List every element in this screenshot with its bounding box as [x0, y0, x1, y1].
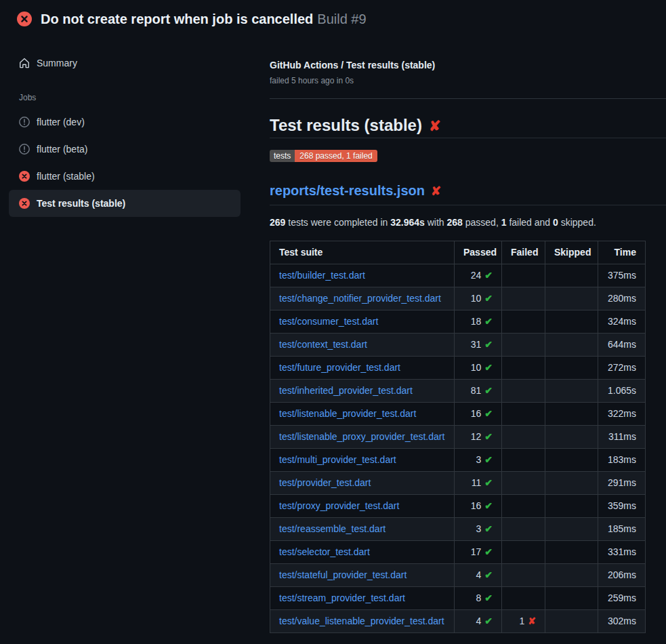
jobs-sidebar: Summary Jobs flutter (dev) — [0, 38, 270, 217]
test-suite-link[interactable]: test/value_listenable_provider_test.dart — [279, 616, 444, 626]
time-cell: 644ms — [598, 334, 646, 357]
test-suite-link[interactable]: test/builder_test.dart — [279, 270, 365, 281]
test-suite-link[interactable]: test/listenable_provider_test.dart — [279, 408, 416, 419]
test-suite-link[interactable]: test/stateful_provider_test.dart — [279, 569, 407, 580]
skipped-cell — [545, 610, 598, 633]
skipped-cell — [545, 518, 598, 541]
passed-cell: 10✔ — [455, 287, 502, 310]
time-cell: 359ms — [598, 495, 646, 518]
test-suite-link[interactable]: test/reassemble_test.dart — [279, 523, 386, 534]
passed-cell: 81✔ — [455, 380, 502, 403]
table-row: test/proxy_provider_test.dart 16✔ 359ms — [270, 495, 646, 518]
skipped-cell — [545, 449, 598, 472]
col-header-failed: Failed — [502, 241, 545, 264]
time-cell: 291ms — [598, 472, 646, 495]
test-suite-link[interactable]: test/listenable_proxy_provider_test.dart — [279, 431, 444, 442]
check-icon: ✔ — [484, 569, 493, 580]
test-suite-link[interactable]: test/consumer_test.dart — [279, 316, 378, 327]
failed-cell — [502, 587, 545, 610]
table-row: test/change_notifier_provider_test.dart … — [270, 287, 646, 310]
run-title: Do not create report when job is cancell… — [41, 12, 367, 27]
sidebar-job-item[interactable]: flutter (dev) — [9, 108, 241, 136]
x-circle-fill-icon — [19, 198, 30, 209]
failed-cell — [502, 495, 545, 518]
check-icon: ✔ — [484, 316, 493, 327]
passed-cell: 12✔ — [455, 426, 502, 449]
time-cell: 302ms — [598, 610, 646, 633]
passed-cell: 3✔ — [455, 449, 502, 472]
test-suite-link[interactable]: test/future_provider_test.dart — [279, 362, 400, 373]
check-icon: ✔ — [484, 385, 493, 396]
time-cell: 185ms — [598, 518, 646, 541]
time-cell: 272ms — [598, 357, 646, 380]
sidebar-job-label: flutter (stable) — [37, 171, 95, 182]
test-suite-link[interactable]: test/stream_provider_test.dart — [279, 592, 405, 603]
test-suite-link[interactable]: test/selector_test.dart — [279, 546, 370, 557]
skipped-cell — [545, 541, 598, 564]
report-link[interactable]: reports/test-results.json — [270, 183, 425, 198]
skipped-cell — [545, 357, 598, 380]
table-row: test/listenable_proxy_provider_test.dart… — [270, 426, 646, 449]
table-row: test/selector_test.dart 17✔ 331ms — [270, 541, 646, 564]
time-cell: 311ms — [598, 426, 646, 449]
check-icon: ✔ — [484, 293, 493, 304]
passed-cell: 31✔ — [455, 334, 502, 357]
table-row: test/builder_test.dart 24✔ 375ms — [270, 264, 646, 287]
report-title: reports/test-results.json✘ — [270, 183, 666, 205]
table-row: test/reassemble_test.dart 3✔ 185ms — [270, 518, 646, 541]
failed-x-icon: ✘ — [429, 118, 441, 134]
skipped-cell — [545, 380, 598, 403]
test-suite-link[interactable]: test/context_test.dart — [279, 339, 367, 350]
divider — [270, 98, 666, 99]
sidebar-job-item[interactable]: flutter (stable) — [9, 163, 241, 190]
test-suite-link[interactable]: test/change_notifier_provider_test.dart — [279, 293, 441, 304]
table-row: test/value_listenable_provider_test.dart… — [270, 610, 646, 633]
failed-cell — [502, 287, 545, 310]
skipped-cell — [545, 403, 598, 426]
skipped-cell — [545, 287, 598, 310]
check-icon: ✔ — [484, 408, 493, 419]
test-suite-link[interactable]: test/inherited_provider_test.dart — [279, 385, 413, 396]
jobs-section-label: Jobs — [9, 93, 241, 102]
check-icon: ✔ — [484, 616, 493, 626]
time-cell: 183ms — [598, 449, 646, 472]
skipped-cell — [545, 310, 598, 334]
time-cell: 324ms — [598, 310, 646, 334]
check-icon: ✔ — [484, 477, 493, 488]
skipped-cell — [545, 334, 598, 357]
failed-cell — [502, 357, 545, 380]
skipped-cell — [545, 495, 598, 518]
failed-cell — [502, 449, 545, 472]
section-title: Test results (stable)✘ — [270, 116, 666, 138]
passed-cell: 11✔ — [455, 472, 502, 495]
check-icon: ✔ — [484, 500, 493, 511]
home-icon — [19, 58, 30, 68]
passed-cell: 4✔ — [455, 610, 502, 633]
x-icon: ✘ — [528, 616, 536, 626]
passed-cell: 24✔ — [455, 264, 502, 287]
sidebar-job-label: flutter (dev) — [37, 117, 85, 127]
sidebar-job-item[interactable]: Test results (stable) — [9, 190, 241, 217]
sidebar-job-item[interactable]: flutter (beta) — [9, 136, 241, 163]
test-suite-link[interactable]: test/proxy_provider_test.dart — [279, 500, 399, 511]
table-header-row: Test suite Passed Failed Skipped Time — [270, 241, 646, 264]
table-row: test/context_test.dart 31✔ 644ms — [270, 334, 646, 357]
test-suite-link[interactable]: test/provider_test.dart — [279, 477, 371, 488]
passed-cell: 3✔ — [455, 518, 502, 541]
passed-cell: 16✔ — [455, 403, 502, 426]
sidebar-item-summary[interactable]: Summary — [9, 49, 241, 77]
passed-cell: 10✔ — [455, 357, 502, 380]
test-results-table: Test suite Passed Failed Skipped Time te… — [270, 241, 646, 633]
time-cell: 1.065s — [598, 380, 646, 403]
table-row: test/inherited_provider_test.dart 81✔ 1.… — [270, 380, 646, 403]
failed-cell — [502, 310, 545, 334]
time-cell: 331ms — [598, 541, 646, 564]
table-row: test/future_provider_test.dart 10✔ 272ms — [270, 357, 646, 380]
passed-cell: 17✔ — [455, 541, 502, 564]
failed-cell — [502, 472, 545, 495]
failed-cell — [502, 541, 545, 564]
check-icon: ✔ — [484, 270, 493, 281]
test-suite-link[interactable]: test/multi_provider_test.dart — [279, 454, 396, 465]
check-icon: ✔ — [484, 523, 493, 534]
check-icon: ✔ — [484, 454, 493, 465]
